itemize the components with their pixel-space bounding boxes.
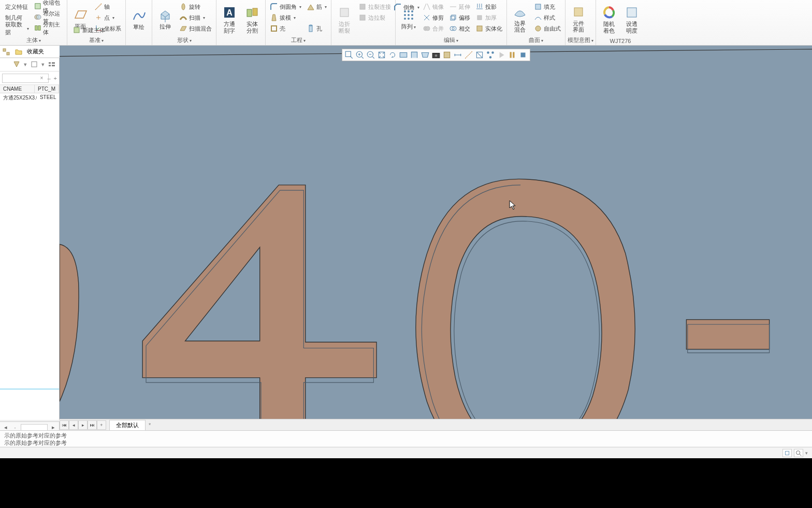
tree-tool3-icon[interactable] (48, 60, 56, 69)
boundaryblend-icon (513, 5, 527, 19)
svg-line-76 (465, 51, 472, 59)
shell-btn[interactable]: 壳 (268, 23, 303, 34)
group-surf-label[interactable]: 曲面 (509, 36, 563, 45)
splitbody-btn[interactable]: 分割主体 (32, 23, 65, 34)
extrude-btn[interactable]: 拉伸 (154, 2, 176, 36)
group-edit-label[interactable]: 编辑 (398, 36, 504, 45)
snapshot-icon[interactable] (431, 50, 441, 60)
svg-line-60 (350, 56, 353, 59)
draft-btn[interactable]: 拔模 (268, 12, 303, 23)
engrave-btn[interactable]: A 方通 刻字 (219, 2, 240, 37)
status-3d-icon[interactable] (782, 449, 792, 457)
solidsplit-btn[interactable]: 实体 分割 (241, 2, 263, 37)
zoom-window-icon[interactable] (344, 50, 354, 60)
intersect-btn[interactable]: 相交 (447, 23, 472, 34)
svg-point-81 (489, 56, 491, 59)
ripconnect-btn: 拉裂连接 (356, 2, 393, 12)
perspective-icon[interactable] (421, 50, 430, 60)
explode-icon[interactable] (486, 50, 495, 60)
round-btn[interactable]: 倒圆角 (268, 2, 303, 12)
sweep-icon (179, 13, 187, 22)
group-datum-label[interactable]: 基准 (69, 36, 123, 45)
svg-point-85 (796, 450, 800, 454)
style-btn[interactable]: 样式 (532, 12, 563, 23)
annotations-icon[interactable] (453, 50, 462, 60)
spin-icon[interactable] (388, 50, 397, 60)
offset-btn[interactable]: 偏移 (447, 12, 472, 23)
ribbon: 定义特征 制几何 获取数据 收缩包络 布尔运算 分割主体 新建主体 主体 平面 … (0, 0, 812, 46)
randomcolor-btn[interactable]: 随机 着色 (598, 2, 620, 37)
folder-tab-icon[interactable] (15, 48, 23, 56)
datums-icon[interactable] (464, 50, 473, 60)
zoom-out-icon[interactable] (366, 50, 375, 60)
zoom-in-icon[interactable] (355, 50, 365, 60)
solidify-btn[interactable]: 实体化 (473, 23, 504, 34)
svg-point-2 (36, 15, 41, 20)
svg-rect-56 (52, 65, 55, 66)
graphics-area[interactable] (60, 46, 812, 420)
filter-dash[interactable]: – (47, 75, 50, 81)
svg-rect-50 (3, 49, 6, 51)
pause-icon[interactable] (508, 50, 517, 60)
getdata-btn[interactable]: 获取数据 (3, 23, 31, 34)
svg-rect-45 (535, 4, 541, 9)
sweptblend-btn[interactable]: 扫描混合 (177, 23, 214, 34)
project-btn[interactable]: 投影 (473, 2, 504, 12)
intersect-icon (449, 24, 457, 33)
sheet-tab-default[interactable]: 全部默认 (109, 420, 146, 430)
refit-icon[interactable] (377, 50, 386, 60)
point-btn[interactable]: 点 (92, 12, 123, 23)
revolve-btn[interactable]: 旋转 (177, 2, 214, 12)
svg-rect-47 (574, 8, 583, 16)
view-toolbar (342, 49, 530, 61)
displaystyle-icon[interactable] (442, 50, 452, 60)
rib-btn[interactable]: 筋 (304, 2, 329, 12)
group-eng-label[interactable]: 工程 (268, 36, 329, 45)
filter-plus[interactable]: + (54, 75, 57, 81)
savedviews-icon[interactable] (410, 50, 419, 60)
viewmode-icon[interactable] (399, 50, 408, 60)
boundaryblend-btn[interactable]: 边界 混合 (509, 2, 531, 36)
stop-icon[interactable] (518, 50, 528, 60)
group-shape-label[interactable]: 形状 (154, 36, 214, 45)
status-find-icon[interactable] (794, 449, 803, 457)
svg-rect-44 (477, 26, 482, 31)
favorites-tab[interactable]: 收藏夹 (27, 48, 44, 55)
compiface-btn[interactable]: 元件 界面 (568, 2, 589, 36)
sheet-add-icon[interactable]: + (97, 420, 106, 430)
status-dd-icon[interactable]: ▾ (805, 450, 808, 456)
sweep-btn[interactable]: 扫描 (177, 12, 214, 23)
svg-rect-55 (52, 62, 55, 64)
svg-point-31 (411, 18, 413, 20)
table-row[interactable]: 方通25X25X3.0 STEEL (0, 93, 59, 103)
tree-header: CNAME PTC_M (0, 85, 59, 93)
sketch-icon (132, 8, 146, 23)
svg-point-28 (411, 14, 413, 16)
hole-btn[interactable]: 孔 (304, 23, 329, 34)
sheet-prev-icon[interactable]: ◂ (69, 420, 78, 430)
tree-tool2-icon[interactable] (30, 60, 38, 69)
sheet-first-icon[interactable]: ⏮ (60, 420, 69, 430)
transparency-btn[interactable]: 设透 明度 (621, 2, 643, 37)
fill-btn[interactable]: 填充 (532, 2, 563, 12)
tree-tool1-icon[interactable] (12, 60, 21, 69)
group-body-label[interactable]: 主体 (2, 36, 65, 45)
scroll-tiny-icon[interactable]: · (11, 425, 19, 431)
svg-rect-5 (74, 27, 79, 33)
udf-btn[interactable]: 定义特征 (3, 2, 31, 12)
sheet-next-icon[interactable]: ▸ (78, 420, 88, 430)
trim-btn[interactable]: 修剪 (421, 12, 446, 23)
freestyle-btn[interactable]: 自由式 (532, 23, 563, 34)
svg-rect-21 (360, 4, 365, 9)
tree-tab-icon[interactable] (2, 48, 10, 56)
chamfer-btn[interactable]: 倒角 (392, 2, 422, 12)
sketch-btn[interactable]: 草绘 (128, 2, 150, 37)
group-intent-label[interactable]: 模型意图 (568, 36, 593, 45)
sheet-last-icon[interactable]: ⏭ (88, 420, 97, 430)
split-icon (34, 24, 41, 33)
mirror-btn: 镜像 (421, 2, 446, 12)
axis-btn[interactable]: 轴 (92, 2, 123, 12)
xsec-icon[interactable] (475, 50, 484, 60)
newbody-btn[interactable]: 新建主体 (70, 25, 107, 35)
clear-filter-icon[interactable]: × (40, 75, 44, 81)
